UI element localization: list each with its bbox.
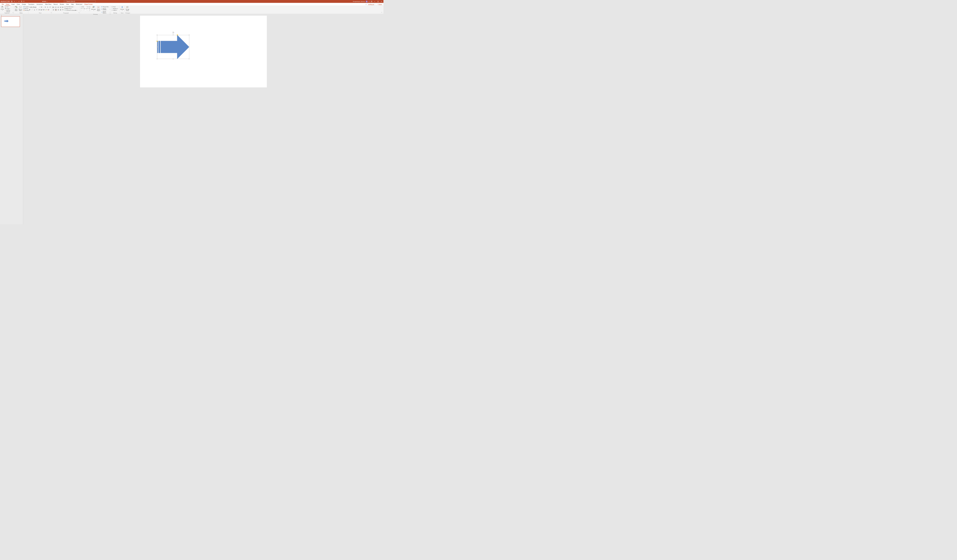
shape-roundrect-icon[interactable]	[81, 8, 82, 9]
tab-transitions[interactable]: Transitions	[27, 3, 35, 5]
shape-scribble-icon[interactable]	[82, 9, 84, 11]
font-name-dropdown-icon[interactable]: ▾	[39, 7, 40, 8]
redo-icon[interactable]	[17, 0, 20, 3]
tab-record[interactable]: Record	[53, 3, 59, 5]
quick-styles-button[interactable]: A Quick Styles	[96, 6, 100, 11]
shapes-more-icon[interactable]: ▿	[90, 9, 90, 11]
shape-fill-button[interactable]: Shape Fill▾	[101, 6, 110, 8]
coming-soon-icon[interactable]	[368, 0, 370, 3]
minimize-button[interactable]	[373, 0, 376, 3]
drawing-dialog-icon[interactable]	[109, 14, 111, 15]
shape-line-arrow-icon[interactable]	[85, 6, 87, 8]
user-avatar[interactable]: GJ	[366, 0, 368, 2]
save-icon[interactable]	[11, 0, 13, 3]
decrease-font-icon[interactable]: A▾	[47, 6, 49, 8]
tab-slidelizard[interactable]: SlideLizard	[75, 3, 83, 5]
align-center-button[interactable]	[55, 9, 57, 11]
slide-canvas[interactable]	[140, 16, 267, 88]
resize-handle-tm[interactable]	[173, 35, 174, 35]
tab-home[interactable]: Home	[5, 3, 10, 5]
shape-arc-icon[interactable]	[84, 9, 85, 11]
font-color-button[interactable]: A▾	[47, 8, 49, 10]
change-case-button[interactable]: Aa▾	[43, 8, 45, 10]
columns-button[interactable]: ▾	[62, 9, 64, 11]
user-name[interactable]: Gumpelmeyer Johanna	[353, 1, 365, 2]
collapse-ribbon-icon[interactable]	[381, 12, 383, 13]
comments-icon[interactable]	[366, 4, 367, 5]
autosave-toggle[interactable]: AutoSave Off	[0, 0, 10, 2]
reuse-slides-button[interactable]: Reuse Slides	[19, 6, 23, 11]
resize-handle-br[interactable]	[189, 58, 190, 59]
copy-button[interactable]: Copy ▾	[5, 8, 13, 9]
tab-shape-format[interactable]: Shape Format	[83, 3, 93, 5]
undo-dropdown-icon[interactable]	[16, 0, 17, 3]
convert-smartart-button[interactable]: Convert to SmartArt▾	[64, 9, 77, 11]
shapes-gallery[interactable]: A ▴ ▾	[81, 6, 90, 11]
align-left-button[interactable]	[53, 9, 54, 11]
shape-textbox-icon[interactable]: A	[82, 6, 84, 8]
font-name-combo[interactable]: ▾	[29, 6, 40, 8]
tab-review[interactable]: Review	[59, 3, 65, 5]
shape-connector-icon[interactable]	[85, 9, 87, 11]
paste-dropdown-icon[interactable]: ▾	[2, 10, 3, 11]
strikethrough-button[interactable]: ab	[38, 8, 40, 10]
underline-button[interactable]: U	[33, 8, 35, 10]
copy-dropdown-icon[interactable]: ▾	[9, 8, 10, 9]
font-size-input[interactable]	[40, 6, 43, 8]
resize-handle-bm[interactable]	[173, 58, 174, 59]
maximize-button[interactable]	[376, 0, 380, 3]
slide-canvas-area[interactable]	[23, 14, 384, 224]
resize-handle-mr[interactable]	[189, 46, 190, 47]
undo-icon[interactable]	[13, 0, 16, 3]
tab-file[interactable]: File	[0, 3, 5, 5]
resize-handle-ml[interactable]	[156, 46, 157, 47]
search-box[interactable]: Search (Alt+Q)	[64, 0, 96, 2]
decrease-indent-button[interactable]	[57, 6, 59, 8]
ribbon-display-icon[interactable]	[370, 0, 373, 3]
italic-button[interactable]: I	[31, 8, 33, 10]
slide-thumbnail-1[interactable]	[1, 16, 20, 27]
shape-triangle-icon[interactable]	[82, 8, 84, 9]
resize-handle-bl[interactable]	[156, 58, 157, 59]
paragraph-dialog-icon[interactable]	[79, 12, 80, 13]
replace-button[interactable]: Replace▾	[111, 8, 118, 9]
resize-handle-tr[interactable]	[189, 35, 190, 35]
qat-customize-icon[interactable]	[23, 0, 25, 3]
shape-line-icon[interactable]	[84, 6, 85, 8]
shape-rect-icon[interactable]	[87, 6, 88, 8]
increase-indent-button[interactable]	[60, 6, 62, 8]
shape-outline-button[interactable]: Shape Outline▾	[101, 8, 110, 10]
share-button[interactable]: Share	[376, 4, 383, 6]
increase-font-icon[interactable]: A▴	[44, 6, 46, 8]
font-dialog-icon[interactable]	[51, 12, 52, 13]
shape-effects-button[interactable]: Shape Effects▾	[101, 11, 110, 13]
selected-shape-arrow[interactable]	[157, 35, 189, 59]
tab-view[interactable]: View	[65, 3, 70, 5]
present-from-start-icon[interactable]	[21, 0, 23, 3]
close-button[interactable]	[380, 0, 383, 3]
slide-thumbnail-pane[interactable]: 1	[0, 14, 23, 224]
shape-freeform-icon[interactable]	[81, 9, 82, 11]
design-ideas-button[interactable]: Design Ideas	[125, 6, 130, 11]
justify-button[interactable]	[60, 9, 62, 11]
text-direction-button[interactable]: A Text Direction▾	[64, 6, 77, 8]
char-spacing-button[interactable]: A͟V▾	[41, 8, 43, 10]
cut-button[interactable]: Cut	[5, 6, 13, 8]
tab-design[interactable]: Design	[21, 3, 27, 5]
tab-help[interactable]: Help	[70, 3, 75, 5]
shape-arrow-block-icon[interactable]	[87, 8, 88, 9]
resize-handle-tl[interactable]	[156, 35, 157, 35]
document-name[interactable]: arrows	[42, 1, 46, 2]
shapes-scroll-down-icon[interactable]: ▾	[90, 8, 90, 9]
align-text-button[interactable]: Align Text▾	[64, 8, 77, 9]
select-button[interactable]: Select▾	[111, 9, 118, 11]
clear-format-icon[interactable]: A	[49, 6, 51, 8]
highlight-color-button[interactable]: ▾	[45, 8, 47, 10]
clipboard-dialog-icon[interactable]	[12, 12, 13, 13]
bold-button[interactable]: B	[29, 8, 31, 10]
bullets-button[interactable]: ▾	[53, 6, 54, 8]
find-button[interactable]: Find	[111, 6, 118, 8]
tab-slideshow[interactable]: Slide Show	[44, 3, 52, 5]
tab-insert[interactable]: Insert	[10, 3, 16, 5]
align-right-button[interactable]	[57, 9, 59, 11]
